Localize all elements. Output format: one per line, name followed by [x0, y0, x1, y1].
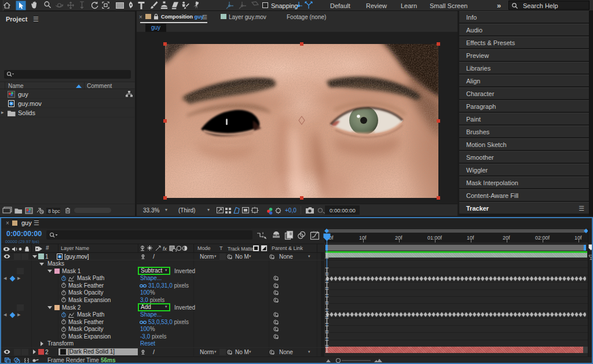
- svg-text:8 bpc: 8 bpc: [48, 208, 61, 214]
- svg-text:fx: fx: [163, 246, 167, 252]
